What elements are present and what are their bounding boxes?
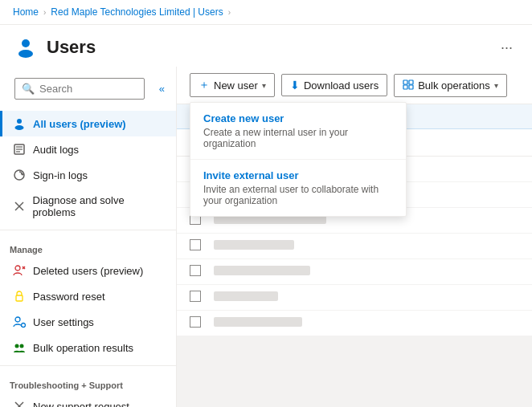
all-users-icon	[12, 117, 27, 130]
create-new-user-option[interactable]: Create new user Create a new internal us…	[190, 103, 406, 160]
row-checkbox-5[interactable]	[190, 265, 214, 279]
svg-point-3	[15, 125, 24, 130]
breadcrumb-sep-1: ›	[43, 8, 46, 17]
sidebar-item-sign-in-logs[interactable]: Sign-in logs	[0, 162, 176, 188]
new-user-button[interactable]: ＋ New user ▾	[190, 73, 275, 97]
user-settings-icon	[12, 315, 27, 328]
sidebar-item-all-users[interactable]: All users (preview)	[0, 111, 176, 136]
svg-point-2	[17, 119, 22, 124]
svg-rect-23	[403, 80, 407, 84]
sidebar-item-diagnose[interactable]: Diagnose and solve problems	[0, 188, 176, 225]
table-row	[177, 234, 532, 259]
page-title: Users	[47, 37, 494, 58]
page-header: Users ···	[0, 25, 532, 67]
download-users-button[interactable]: ⬇ Download users	[281, 74, 387, 96]
row-checkbox-6[interactable]	[190, 291, 214, 304]
search-icon: 🔍	[22, 83, 35, 95]
download-icon: ⬇	[290, 79, 300, 92]
row-checkbox-4[interactable]	[190, 239, 214, 253]
svg-rect-14	[16, 295, 23, 301]
nav-divider-2	[0, 365, 176, 366]
breadcrumb-sep-2: ›	[228, 8, 231, 17]
breadcrumb-home[interactable]: Home	[13, 6, 39, 18]
audit-logs-icon	[12, 143, 27, 156]
invite-external-desc: Invite an external user to collaborate w…	[203, 184, 393, 206]
download-users-label: Download users	[304, 79, 379, 92]
sidebar-label-bulk-results: Bulk operation results	[33, 342, 133, 354]
sidebar-label-audit-logs: Audit logs	[33, 144, 79, 156]
search-input[interactable]	[39, 83, 137, 95]
svg-point-0	[22, 39, 30, 47]
sidebar-label-all-users: All users (preview)	[33, 118, 126, 130]
sidebar-label-password-reset: Password reset	[33, 291, 105, 303]
sidebar-item-deleted-users[interactable]: Deleted users (preview)	[0, 258, 176, 283]
svg-rect-24	[409, 80, 413, 84]
support-section-label: Troubleshooting + Support	[0, 371, 176, 393]
breadcrumb-org[interactable]: Red Maple Technologies Limited | Users	[51, 6, 223, 18]
new-user-label: New user	[214, 79, 258, 92]
svg-rect-26	[409, 85, 413, 89]
plus-icon: ＋	[198, 78, 210, 92]
collapse-sidebar-button[interactable]: «	[154, 79, 170, 98]
bulk-operations-button[interactable]: Bulk operations ▾	[394, 74, 507, 97]
manage-section-label: Manage	[0, 235, 176, 258]
table-row	[177, 311, 532, 336]
bulk-icon	[403, 79, 414, 92]
sidebar-label-diagnose: Diagnose and solve problems	[33, 194, 167, 218]
row-checkbox-7[interactable]	[190, 316, 214, 330]
create-new-user-desc: Create a new internal user in your organ…	[203, 127, 393, 149]
sidebar-search-box[interactable]: 🔍	[14, 78, 145, 100]
table-row	[177, 259, 532, 285]
sidebar-label-new-support: New support request	[33, 401, 129, 408]
svg-point-11	[15, 266, 20, 271]
sidebar-label-deleted-users: Deleted users (preview)	[33, 265, 143, 277]
create-new-user-title: Create new user	[203, 112, 393, 124]
sidebar-item-new-support[interactable]: New support request	[0, 393, 176, 407]
sidebar-item-password-reset[interactable]: Password reset	[0, 283, 176, 309]
main-content: ＋ New user ▾ ⬇ Download users Bulk ope	[177, 67, 532, 407]
bulk-chevron-icon: ▾	[494, 81, 498, 90]
nav-divider-1	[0, 230, 176, 230]
main-layout: 🔍 « All users (preview)	[0, 67, 532, 407]
new-user-dropdown: Create new user Create a new internal us…	[190, 102, 407, 217]
sidebar: 🔍 « All users (preview)	[0, 67, 177, 407]
toolbar: ＋ New user ▾ ⬇ Download users Bulk ope	[177, 67, 532, 104]
sidebar-label-sign-in-logs: Sign-in logs	[33, 169, 88, 181]
password-reset-icon	[12, 290, 27, 303]
table-row	[177, 285, 532, 311]
sidebar-item-user-settings[interactable]: User settings	[0, 309, 176, 335]
sidebar-item-audit-logs[interactable]: Audit logs	[0, 136, 176, 162]
more-options-icon[interactable]: ···	[494, 36, 519, 59]
new-support-icon	[12, 400, 27, 407]
deleted-users-icon	[12, 264, 27, 277]
invite-external-title: Invite external user	[203, 169, 393, 181]
svg-point-1	[18, 50, 33, 58]
svg-point-20	[20, 344, 24, 348]
svg-point-19	[15, 344, 19, 348]
breadcrumb: Home › Red Maple Technologies Limited | …	[0, 0, 532, 25]
svg-point-15	[15, 317, 20, 322]
new-user-chevron-icon: ▾	[262, 81, 266, 90]
sign-in-logs-icon	[12, 169, 27, 181]
svg-rect-25	[403, 85, 407, 89]
bulk-results-icon	[12, 341, 27, 354]
diagnose-icon	[12, 200, 27, 213]
svg-point-16	[22, 324, 26, 328]
sidebar-item-bulk-results[interactable]: Bulk operation results	[0, 335, 176, 360]
invite-external-option[interactable]: Invite external user Invite an external …	[190, 160, 406, 216]
sidebar-label-user-settings: User settings	[33, 316, 94, 328]
users-header-icon	[13, 35, 39, 60]
bulk-operations-label: Bulk operations	[418, 79, 490, 92]
